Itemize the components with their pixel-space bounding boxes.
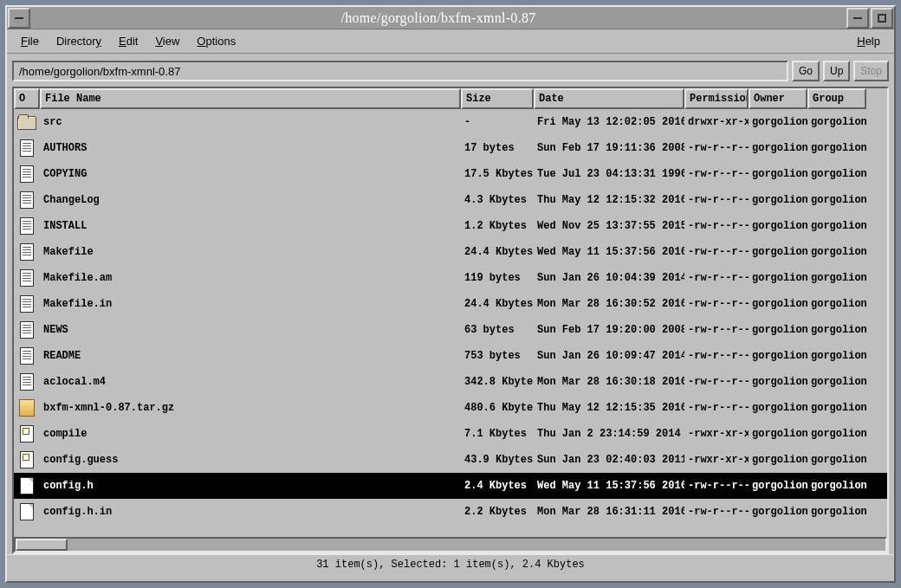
file-permission: -rwxr-xr-x: [684, 454, 749, 466]
statusbar: 31 item(s), Selected: 1 item(s), 2.4 Kby…: [7, 554, 894, 573]
file-size: 342.8 Kbyte: [461, 376, 534, 388]
file-size: 24.4 Kbytes: [461, 298, 534, 310]
file-owner: gorgolion: [749, 402, 807, 414]
file-name: Makefile: [40, 246, 461, 258]
file-permission: -rw-r--r--: [684, 506, 749, 518]
table-row[interactable]: Makefile24.4 KbytesWed May 11 15:37:56 2…: [14, 239, 887, 265]
file-group: gorgolion: [807, 116, 866, 128]
file-date: Fri May 13 12:02:05 2016: [534, 116, 684, 128]
file-name: README: [40, 350, 461, 362]
file-size: 480.6 Kbyte: [461, 402, 534, 414]
menu-help[interactable]: Help: [848, 31, 889, 51]
table-row[interactable]: compile7.1 KbytesThu Jan 2 23:14:59 2014…: [14, 421, 887, 447]
table-row[interactable]: Makefile.in24.4 KbytesMon Mar 28 16:30:5…: [14, 291, 887, 317]
table-body[interactable]: src-Fri May 13 12:02:05 2016drwxr-xr-xgo…: [14, 109, 887, 537]
table-row[interactable]: ChangeLog4.3 KbytesThu May 12 12:15:32 2…: [14, 187, 887, 213]
table-row[interactable]: config.h2.4 KbytesWed May 11 15:37:56 20…: [14, 473, 887, 499]
scrollbar-thumb[interactable]: [16, 539, 68, 551]
file-name: Makefile.in: [40, 298, 461, 310]
file-permission: -rw-r--r--: [684, 246, 749, 258]
file-date: Tue Jul 23 04:13:31 1996: [534, 168, 684, 180]
plain-icon: [20, 477, 34, 494]
menu-edit[interactable]: Edit: [110, 31, 146, 51]
col-header-group[interactable]: Group: [807, 88, 866, 109]
table-row[interactable]: AUTHORS17 bytesSun Feb 17 19:11:36 2008-…: [14, 135, 887, 161]
file-owner: gorgolion: [749, 272, 807, 284]
file-owner: gorgolion: [749, 480, 807, 492]
menu-options[interactable]: Options: [188, 31, 244, 51]
col-header-name[interactable]: File Name: [40, 88, 461, 109]
file-group: gorgolion: [807, 194, 866, 206]
file-group: gorgolion: [807, 350, 866, 362]
doc-icon: [20, 165, 34, 183]
horizontal-scrollbar[interactable]: [14, 537, 887, 552]
menu-directory[interactable]: Directory: [48, 31, 110, 51]
file-date: Wed May 11 15:37:56 2016: [534, 480, 684, 492]
up-button[interactable]: Up: [823, 61, 850, 81]
file-name: INSTALL: [40, 220, 461, 232]
table-row[interactable]: config.guess43.9 KbytesSun Jan 23 02:40:…: [14, 447, 887, 473]
col-header-permission[interactable]: Permission: [684, 88, 749, 109]
file-date: Wed Nov 25 13:37:55 2015: [534, 220, 684, 232]
file-permission: -rw-r--r--: [684, 220, 749, 232]
file-owner: gorgolion: [749, 454, 807, 466]
script-icon: [20, 451, 34, 468]
menubar: File Directory Edit View Options Help: [7, 29, 894, 54]
minimize-icon: [853, 17, 862, 19]
file-size: 2.4 Kbytes: [461, 480, 534, 492]
col-header-size[interactable]: Size: [461, 88, 534, 109]
col-header-date[interactable]: Date: [534, 88, 684, 109]
go-button[interactable]: Go: [792, 61, 820, 81]
file-group: gorgolion: [807, 376, 866, 388]
file-name: NEWS: [40, 324, 461, 336]
file-owner: gorgolion: [749, 246, 807, 258]
file-group: gorgolion: [807, 168, 866, 180]
file-permission: -rw-r--r--: [684, 298, 749, 310]
file-manager-window: /home/gorgolion/bxfm-xmnl-0.87 File Dire…: [5, 5, 896, 583]
col-header-owner[interactable]: Owner: [749, 88, 807, 109]
path-input[interactable]: [12, 61, 788, 81]
stop-button[interactable]: Stop: [853, 61, 889, 81]
table-row[interactable]: config.h.in2.2 KbytesMon Mar 28 16:31:11…: [14, 499, 887, 525]
table-row[interactable]: COPYING17.5 KbytesTue Jul 23 04:13:31 19…: [14, 161, 887, 187]
table-row[interactable]: INSTALL1.2 KbytesWed Nov 25 13:37:55 201…: [14, 213, 887, 239]
file-permission: -rw-r--r--: [684, 402, 749, 414]
table-row[interactable]: bxfm-xmnl-0.87.tar.gz480.6 KbyteThu May …: [14, 395, 887, 421]
table-row[interactable]: src-Fri May 13 12:02:05 2016drwxr-xr-xgo…: [14, 109, 887, 135]
table-row[interactable]: aclocal.m4342.8 KbyteMon Mar 28 16:30:18…: [14, 369, 887, 395]
table-row[interactable]: NEWS63 bytesSun Feb 17 19:20:00 2008-rw-…: [14, 317, 887, 343]
file-group: gorgolion: [807, 480, 866, 492]
minimize-button[interactable]: [846, 8, 869, 29]
window-menu-button[interactable]: [8, 8, 30, 29]
file-date: Sun Feb 17 19:20:00 2008: [534, 324, 684, 336]
file-group: gorgolion: [807, 220, 866, 232]
file-owner: gorgolion: [749, 194, 807, 206]
menu-file[interactable]: File: [12, 31, 48, 51]
file-permission: -rw-r--r--: [684, 272, 749, 284]
file-permission: -rw-r--r--: [684, 324, 749, 336]
doc-icon: [20, 191, 34, 209]
file-name: config.h.in: [40, 506, 461, 518]
doc-icon: [20, 269, 34, 287]
file-group: gorgolion: [807, 142, 866, 154]
maximize-button[interactable]: [871, 8, 893, 29]
titlebar[interactable]: /home/gorgolion/bxfm-xmnl-0.87: [7, 7, 894, 29]
doc-icon: [20, 347, 34, 365]
file-owner: gorgolion: [749, 376, 807, 388]
script-icon: [20, 425, 34, 443]
file-date: Sun Feb 17 19:11:36 2008: [534, 142, 684, 154]
col-header-o[interactable]: O: [14, 88, 40, 109]
menu-view[interactable]: View: [146, 31, 188, 51]
window-title: /home/gorgolion/bxfm-xmnl-0.87: [31, 10, 846, 26]
pathbar: Go Up Stop: [7, 54, 894, 87]
file-date: Mon Mar 28 16:31:11 2016: [534, 506, 684, 518]
table-header: O File Name Size Date Permission Owner G…: [14, 88, 887, 109]
file-owner: gorgolion: [749, 142, 807, 154]
file-permission: drwxr-xr-x: [684, 116, 749, 128]
table-row[interactable]: README753 bytesSun Jan 26 10:09:47 2014-…: [14, 343, 887, 369]
file-date: Thu May 12 12:15:35 2016: [534, 402, 684, 414]
file-name: ChangeLog: [40, 194, 461, 206]
file-group: gorgolion: [807, 506, 866, 518]
table-row[interactable]: Makefile.am119 bytesSun Jan 26 10:04:39 …: [14, 265, 887, 291]
file-owner: gorgolion: [749, 298, 807, 310]
